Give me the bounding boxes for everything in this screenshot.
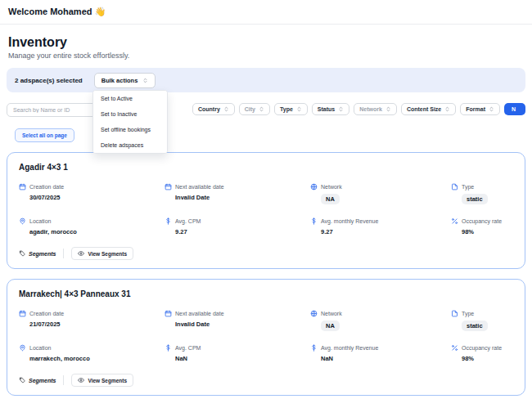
field-value: 9.27 [175, 228, 310, 235]
filter-label: Format [466, 106, 485, 112]
field-label: Type [462, 311, 474, 316]
chevron-up-down-icon [142, 78, 148, 83]
field-label: Location [29, 218, 51, 224]
select-all-on-page-button[interactable]: Select all on page [15, 128, 74, 142]
field-value: 21/07/2025 [29, 321, 165, 328]
dollar-icon [310, 344, 318, 352]
field-grid: Creation date 21/07/2025 Next available … [19, 310, 513, 362]
chevron-up-down-icon [444, 106, 450, 112]
adspace-card[interactable]: Agadir 4×3 1 Creation date 30/07/2025 Ne… [7, 152, 525, 269]
document-icon [451, 183, 458, 191]
chevron-up-down-icon [385, 106, 391, 112]
bulk-actions-button[interactable]: Bulk actions [94, 73, 156, 88]
field-value: marrakech, morocco [29, 355, 165, 362]
field-type: Type static [451, 183, 513, 204]
tag-icon [19, 377, 25, 383]
field-avg-cpm: Avg. CPM 9.27 [165, 217, 310, 235]
adspace-card[interactable]: Marrakech| 4×3 Panneaux 31 Creation date… [7, 279, 525, 396]
chevron-up-down-icon [489, 106, 494, 112]
new-adspace-button[interactable]: N [504, 103, 525, 115]
segments-chip: Segments [19, 377, 56, 383]
calendar-icon [19, 183, 26, 191]
segments-chip: Segments [19, 250, 56, 257]
menu-item-delete-adspaces[interactable]: Delete adspaces [93, 137, 167, 153]
filter-country[interactable]: Country [192, 103, 235, 115]
field-avg-monthly-revenue: Avg. monthly Revenue 9.27 [310, 217, 451, 235]
toolbar-row: Country City Type Status Network Content… [7, 101, 525, 117]
dollar-icon [165, 344, 172, 352]
divider [63, 375, 64, 385]
chevron-up-down-icon [223, 106, 229, 112]
field-label: Type [462, 184, 474, 190]
field-label: Avg. monthly Revenue [321, 345, 378, 351]
welcome-text: Welcome Mohamed 👋 [8, 7, 106, 17]
field-value: NaN [175, 355, 310, 362]
chevron-up-down-icon [259, 106, 264, 112]
field-value: Invalid Date [175, 321, 310, 328]
document-icon [451, 310, 458, 317]
filter-label: Status [318, 106, 335, 112]
calendar-icon [165, 310, 172, 317]
tag-icon [19, 250, 25, 257]
view-segments-label: View Segments [88, 378, 127, 383]
field-label: Occupancy rate [462, 345, 502, 351]
menu-item-set-offline-bookings[interactable]: Set offline bookings [93, 122, 167, 137]
field-occupancy-rate: Occupancy rate 98% [451, 344, 513, 362]
field-value: static [462, 194, 488, 204]
field-value: NA [321, 321, 340, 331]
inventory-page: Inventory Manage your entire stock effor… [0, 35, 532, 396]
field-label: Location [29, 345, 51, 351]
bulk-actions-label: Bulk actions [101, 77, 138, 84]
filter-type[interactable]: Type [274, 103, 308, 115]
adspace-title: Marrakech| 4×3 Panneaux 31 [19, 289, 513, 298]
view-segments-button[interactable]: View Segments [71, 374, 133, 387]
segments-label: Segments [29, 378, 56, 383]
calendar-icon [19, 310, 26, 317]
view-segments-label: View Segments [88, 251, 127, 257]
filter-label: City [245, 106, 255, 112]
view-segments-button[interactable]: View Segments [71, 247, 133, 260]
calendar-icon [165, 183, 172, 191]
field-location: Location agadir, morocco [19, 217, 165, 235]
field-label: Avg. CPM [175, 218, 201, 224]
field-label: Next available date [175, 184, 224, 190]
field-value: 9.27 [321, 228, 451, 235]
filter-network[interactable]: Network [354, 103, 397, 115]
page-title: Inventory [8, 35, 524, 50]
card-footer: Segments View Segments [19, 374, 513, 387]
adspace-title: Agadir 4×3 1 [19, 163, 513, 172]
filter-format[interactable]: Format [460, 103, 500, 115]
field-value: Invalid Date [175, 194, 310, 201]
field-occupancy-rate: Occupancy rate 98% [451, 217, 513, 235]
field-avg-cpm: Avg. CPM NaN [165, 344, 310, 362]
filter-bar: Country City Type Status Network Content… [192, 103, 525, 115]
top-bar: Welcome Mohamed 👋 [0, 0, 532, 25]
field-value: 98% [462, 228, 513, 235]
field-label: Avg. CPM [175, 345, 201, 351]
page-subtitle: Manage your entire stock effortlessly. [8, 52, 524, 60]
field-value: NA [321, 194, 340, 204]
menu-item-set-to-inactive[interactable]: Set to Inactive [93, 106, 167, 122]
eye-icon [78, 377, 84, 383]
field-label: Avg. monthly Revenue [321, 218, 378, 224]
filter-label: Network [359, 106, 382, 112]
selected-count-text: 2 adspace(s) selected [15, 77, 83, 84]
bulk-actions-menu: Set to Active Set to Inactive Set offlin… [92, 90, 168, 154]
eye-icon [78, 250, 84, 257]
map-pin-icon [19, 217, 26, 225]
field-label: Next available date [175, 311, 224, 316]
field-value: agadir, morocco [29, 228, 165, 235]
filter-label: Content Size [407, 106, 441, 112]
field-value: NaN [321, 355, 451, 362]
filter-label: Country [198, 106, 220, 112]
divider [63, 249, 64, 258]
field-creation-date: Creation date 30/07/2025 [19, 183, 165, 204]
field-network: Network NA [310, 183, 451, 204]
filter-status[interactable]: Status [312, 103, 349, 115]
menu-item-set-to-active[interactable]: Set to Active [93, 91, 167, 106]
filter-content-size[interactable]: Content Size [401, 103, 456, 115]
field-network: Network NA [310, 310, 451, 331]
field-next-available-date: Next available date Invalid Date [165, 183, 310, 204]
map-pin-icon [19, 344, 26, 352]
filter-city[interactable]: City [239, 103, 270, 115]
